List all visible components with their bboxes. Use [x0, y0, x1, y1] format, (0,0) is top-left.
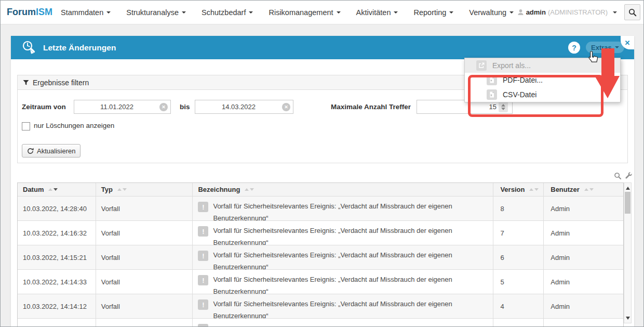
extras-dropdown-menu: Export als... PDF-Datei... CSV-Datei — [464, 58, 621, 102]
scrollbar-thumb[interactable] — [625, 192, 630, 214]
wrench-icon[interactable] — [625, 172, 633, 180]
cell-typ: Vorfall — [96, 245, 193, 269]
logo[interactable]: ForumISM — [7, 7, 52, 18]
menu-item-pdf-datei[interactable]: PDF-Datei... — [465, 73, 620, 87]
search-button[interactable] — [624, 4, 640, 20]
sort-icons — [245, 187, 254, 192]
refresh-icon — [27, 148, 34, 154]
menu-item-csv-datei[interactable]: CSV-Datei — [465, 87, 620, 102]
nav-item-label: Aktivitäten — [356, 8, 391, 17]
sort-icons — [117, 187, 127, 192]
menu-item-export-als[interactable]: Export als... — [465, 58, 620, 73]
extras-label: Extras — [591, 44, 612, 51]
loeschungen-checkbox[interactable] — [22, 122, 30, 130]
results-table: Datum Typ Bezeichnung Version Benutzer 1… — [17, 182, 624, 327]
cell-datum: 10.03.2022, 14:14:33 — [18, 270, 96, 294]
scroll-down-arrow[interactable] — [624, 315, 631, 323]
cell-version: 7 — [493, 221, 544, 245]
sort-icons — [529, 187, 539, 192]
nav-item-verwaltung[interactable]: Verwaltung — [469, 8, 514, 17]
csv-file-icon — [487, 89, 497, 100]
extras-button[interactable]: Extras — [586, 42, 624, 53]
nav-item-label: Verwaltung — [469, 8, 506, 17]
number-stepper[interactable] — [499, 101, 508, 112]
cell-benutzer: Admin — [544, 221, 623, 245]
table-header-row: Datum Typ Bezeichnung Version Benutzer — [18, 183, 623, 197]
date-to-field: ✕ — [195, 100, 293, 114]
max-treffer-value[interactable]: 15 — [489, 103, 497, 111]
cell-bezeichnung: ! — [193, 319, 493, 327]
logo-forum: Forum — [7, 7, 36, 17]
user-menu[interactable]: admin (ADMINISTRATOR) — [517, 8, 617, 16]
bezeichnung-text: Vorfall für Sicherheitsrelevantes Ereign… — [213, 225, 475, 245]
nav-item-reporting[interactable]: Reporting — [413, 8, 453, 17]
nav-item-risikomanagement[interactable]: Risikomanagement — [269, 8, 340, 17]
sort-icons — [584, 187, 594, 192]
panel-header: Letzte Änderungen ? Extras ✕ — [11, 36, 634, 59]
cell-version — [493, 319, 544, 327]
max-treffer-label: Maximale Anzahl Treffer — [331, 103, 411, 111]
table-scrollbar[interactable] — [624, 182, 632, 323]
export-icon — [476, 60, 487, 71]
stepper-down-icon — [501, 108, 505, 112]
chevron-down-icon — [615, 46, 619, 50]
table-row[interactable]: 10.03.2022, 14:14:12 Vorfall ! Vorfall f… — [18, 294, 623, 319]
main-menu: Stammdaten Strukturanalyse Schutzbedarf … — [61, 8, 514, 17]
cell-typ: Vorfall — [96, 197, 193, 220]
top-nav: ForumISM Stammdaten Strukturanalyse Schu… — [1, 1, 644, 24]
chevron-down-icon — [509, 11, 514, 16]
cell-datum: 10.03.2022, 14:14:12 — [18, 294, 96, 318]
aktualisieren-button[interactable]: Aktualisieren — [22, 144, 81, 158]
chevron-down-icon — [613, 11, 617, 16]
search-icon — [628, 8, 637, 17]
table-search-icon[interactable] — [614, 172, 622, 180]
filter-title: Ergebnisse filtern — [33, 79, 89, 87]
nav-item-stammdaten[interactable]: Stammdaten — [61, 8, 111, 17]
col-header-datum[interactable]: Datum — [18, 183, 96, 196]
scroll-up-arrow[interactable] — [624, 183, 631, 191]
nav-item-label: Stammdaten — [61, 8, 103, 17]
date-from-input[interactable] — [74, 102, 159, 111]
col-header-benutzer[interactable]: Benutzer — [544, 183, 623, 196]
help-button[interactable]: ? — [568, 42, 580, 54]
page: ForumISM Stammdaten Strukturanalyse Schu… — [0, 0, 644, 327]
loeschungen-checkbox-label: nur Löschungen anzeigen — [34, 122, 114, 129]
cell-typ: Vorfall — [96, 221, 193, 245]
cell-version: 6 — [493, 245, 544, 269]
chevron-down-icon — [337, 11, 341, 16]
col-header-version[interactable]: Version — [493, 183, 544, 196]
chevron-down-icon — [249, 11, 253, 16]
col-label: Typ — [101, 186, 113, 193]
close-icon: ✕ — [625, 39, 630, 47]
cell-benutzer — [544, 319, 623, 327]
alert-icon: ! — [198, 275, 208, 285]
col-header-bezeichnung[interactable]: Bezeichnung — [193, 183, 493, 196]
clear-icon[interactable]: ✕ — [159, 103, 168, 111]
cell-datum: 10.03.2022, 14:16:32 — [18, 221, 96, 245]
date-to-input[interactable] — [195, 102, 282, 111]
date-from-label: Zeitraum von — [22, 103, 66, 111]
clear-icon[interactable]: ✕ — [282, 103, 290, 111]
alert-icon: ! — [198, 251, 208, 261]
cell-version: 5 — [493, 270, 544, 294]
table-row[interactable]: 10.03.2022, 14:15:21 Vorfall ! Vorfall f… — [18, 245, 623, 270]
cell-version: 8 — [493, 197, 544, 220]
sort-icons — [48, 187, 58, 192]
chevron-down-icon — [449, 11, 453, 16]
bezeichnung-text: Vorfall für Sicherheitsrelevantes Ereign… — [213, 250, 475, 269]
col-header-typ[interactable]: Typ — [96, 183, 193, 196]
bezeichnung-text: Vorfall für Sicherheitsrelevantes Ereign… — [213, 201, 475, 220]
cell-benutzer: Admin — [544, 197, 623, 220]
nav-item-schutzbedarf[interactable]: Schutzbedarf — [202, 8, 253, 17]
table-row[interactable]: 10.03.2022, 14:16:32 Vorfall ! Vorfall f… — [18, 221, 623, 245]
table-row[interactable]: ! — [18, 319, 623, 327]
nav-item-strukturanalyse[interactable]: Strukturanalyse — [126, 8, 186, 17]
nav-item-aktivitaeten[interactable]: Aktivitäten — [356, 8, 398, 17]
bezeichnung-text: Vorfall für Sicherheitsrelevantes Ereign… — [213, 298, 475, 318]
triangle-down-icon — [626, 317, 630, 322]
table-row[interactable]: 10.03.2022, 14:14:33 Vorfall ! Vorfall f… — [18, 270, 623, 294]
cell-typ: Vorfall — [96, 294, 193, 318]
chevron-down-icon — [106, 11, 111, 16]
table-row[interactable]: 10.03.2022, 14:28:40 Vorfall ! Vorfall f… — [18, 197, 623, 221]
table-toolbar — [614, 172, 633, 180]
